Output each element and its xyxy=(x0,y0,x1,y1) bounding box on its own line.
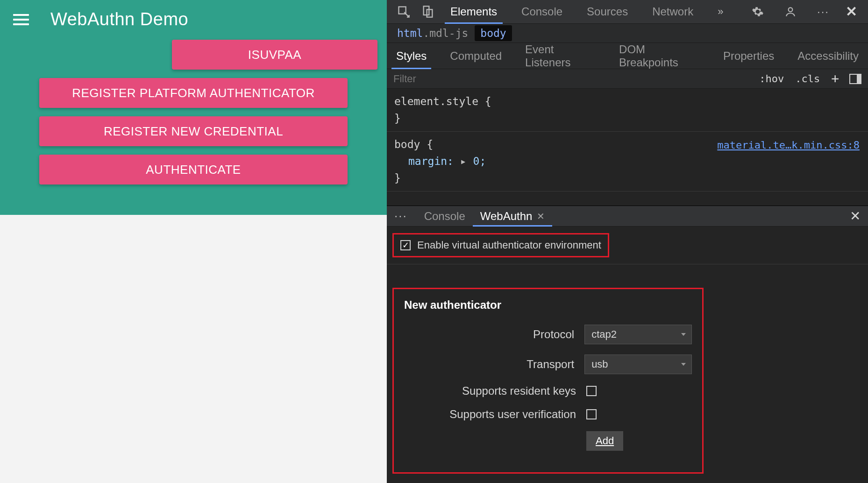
tab-network[interactable]: Network xyxy=(647,0,699,23)
expand-arrow-icon[interactable]: ▸ xyxy=(460,155,467,167)
devtools-toolbar: Elements Console Sources Network » ··· ✕ xyxy=(387,0,868,24)
register-platform-authenticator-button[interactable]: REGISTER PLATFORM AUTHENTICATOR xyxy=(39,78,348,108)
tab-console[interactable]: Console xyxy=(516,0,568,23)
button-column: ISUVPAA REGISTER PLATFORM AUTHENTICATOR … xyxy=(0,38,387,185)
resident-keys-label: Supports resident keys xyxy=(404,384,576,398)
resident-keys-checkbox[interactable] xyxy=(586,386,597,396)
brace-close: } xyxy=(394,110,861,127)
devtools-panel: Elements Console Sources Network » ··· ✕… xyxy=(387,0,868,483)
transport-select[interactable]: usb xyxy=(584,355,692,374)
cls-toggle[interactable]: .cls xyxy=(790,71,825,86)
transport-value: usb xyxy=(591,358,608,370)
drawer-tabs: ··· Console WebAuthn ✕ ✕ xyxy=(387,206,868,227)
account-icon[interactable] xyxy=(782,3,799,20)
authenticate-button[interactable]: AUTHENTICATE xyxy=(39,155,348,185)
more-tabs-icon[interactable]: » xyxy=(712,0,729,23)
app-header: WebAuthn Demo ISUVPAA REGISTER PLATFORM … xyxy=(0,0,387,215)
subtab-properties[interactable]: Properties xyxy=(719,43,779,69)
settings-gear-icon[interactable] xyxy=(749,3,766,20)
close-tab-icon[interactable]: ✕ xyxy=(537,211,545,222)
element-style-selector: element.style { xyxy=(394,93,861,110)
enable-virtual-authenticator-checkbox[interactable] xyxy=(400,240,411,250)
user-verification-checkbox[interactable] xyxy=(586,409,597,419)
isuvpaa-button[interactable]: ISUVPAA xyxy=(172,40,377,70)
add-style-rule-icon[interactable]: + xyxy=(825,69,845,88)
kebab-menu-icon[interactable]: ··· xyxy=(815,3,832,20)
inspect-element-icon[interactable] xyxy=(395,3,412,20)
tab-elements[interactable]: Elements xyxy=(445,0,503,23)
breadcrumb-html[interactable]: html.mdl-js xyxy=(397,27,468,39)
protocol-value: ctap2 xyxy=(591,328,617,341)
body-style-block[interactable]: material.te…k.min.css:8 body { margin: ▸… xyxy=(387,132,868,192)
subtab-dom-breakpoints[interactable]: DOM Breakpoints xyxy=(614,43,704,69)
add-authenticator-button[interactable]: Add xyxy=(586,431,623,451)
protocol-label: Protocol xyxy=(404,328,574,341)
breadcrumb-body[interactable]: body xyxy=(475,25,512,41)
subtab-accessibility[interactable]: Accessibility xyxy=(793,43,863,69)
styles-filter-input[interactable] xyxy=(393,73,754,85)
menu-icon[interactable] xyxy=(13,10,32,29)
element-style-block[interactable]: element.style { } xyxy=(387,89,868,132)
highlight-enable-checkbox: Enable virtual authenticator environment xyxy=(392,233,609,257)
new-authenticator-section: New authenticator Protocol ctap2 Transpo… xyxy=(387,264,868,483)
elements-breadcrumb: html.mdl-js body xyxy=(387,24,868,43)
user-verification-label: Supports user verification xyxy=(404,408,576,421)
drawer-tab-console[interactable]: Console xyxy=(417,206,473,226)
highlight-new-authenticator: New authenticator Protocol ctap2 Transpo… xyxy=(392,288,704,474)
drawer-tab-webauthn-label: WebAuthn xyxy=(480,210,533,223)
subtab-event-listeners[interactable]: Event Listeners xyxy=(520,43,600,69)
app-bar: WebAuthn Demo xyxy=(0,0,387,38)
styles-filter-row: :hov .cls + xyxy=(387,69,868,89)
drawer-tab-webauthn[interactable]: WebAuthn ✕ xyxy=(473,206,553,226)
new-authenticator-title: New authenticator xyxy=(404,298,692,312)
layout-panel-toggle-icon[interactable] xyxy=(849,74,861,84)
svg-point-3 xyxy=(789,7,793,12)
register-new-credential-button[interactable]: REGISTER NEW CREDENTIAL xyxy=(39,116,348,146)
tab-sources[interactable]: Sources xyxy=(581,0,633,23)
drawer-menu-icon[interactable]: ··· xyxy=(394,209,407,223)
styles-subtabs: Styles Computed Event Listeners DOM Brea… xyxy=(387,43,868,69)
subtab-computed[interactable]: Computed xyxy=(445,43,506,69)
enable-virtual-authenticator-row: Enable virtual authenticator environment xyxy=(387,227,868,264)
drawer-close-icon[interactable]: ✕ xyxy=(850,208,861,224)
app-viewport: WebAuthn Demo ISUVPAA REGISTER PLATFORM … xyxy=(0,0,387,483)
margin-property[interactable]: margin: ▸ 0; xyxy=(408,153,861,170)
devtools-toolbar-right: ··· ✕ xyxy=(746,3,863,20)
hov-toggle[interactable]: :hov xyxy=(754,71,790,86)
enable-virtual-authenticator-label: Enable virtual authenticator environment xyxy=(417,239,601,251)
brace-close: } xyxy=(394,170,861,187)
transport-label: Transport xyxy=(404,358,574,371)
devtools-tabs: Elements Console Sources Network » xyxy=(445,0,729,23)
device-toolbar-icon[interactable] xyxy=(420,3,436,20)
protocol-select[interactable]: ctap2 xyxy=(584,325,692,344)
app-title: WebAuthn Demo xyxy=(50,9,188,29)
devtools-close-icon[interactable]: ✕ xyxy=(844,3,859,20)
css-source-link[interactable]: material.te…k.min.css:8 xyxy=(717,137,860,153)
subtab-styles[interactable]: Styles xyxy=(391,43,431,69)
webauthn-panel: Enable virtual authenticator environment… xyxy=(387,227,868,483)
